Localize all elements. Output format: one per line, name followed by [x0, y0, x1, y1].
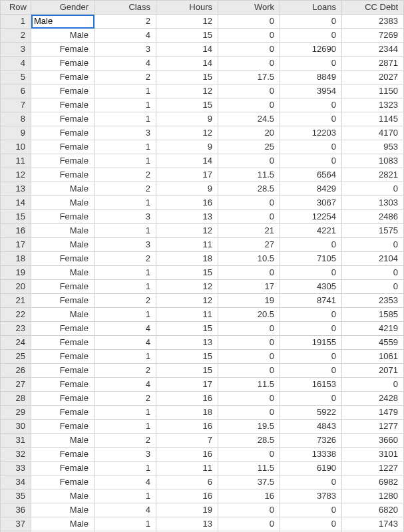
ccdebt-cell[interactable]: 0: [342, 378, 404, 392]
ccdebt-cell[interactable]: 0: [342, 238, 404, 252]
ccdebt-cell[interactable]: 0: [342, 182, 404, 196]
class-cell[interactable]: 4: [95, 322, 156, 336]
ccdebt-cell[interactable]: 2486: [342, 210, 404, 224]
loans-cell[interactable]: 0: [280, 112, 342, 126]
row-number-cell[interactable]: 8: [1, 112, 31, 126]
class-cell[interactable]: 2: [95, 182, 156, 196]
loans-cell[interactable]: 0: [280, 392, 342, 406]
hours-cell[interactable]: 14: [156, 154, 218, 168]
gender-cell[interactable]: Female: [31, 294, 95, 308]
hours-cell[interactable]: 13: [156, 210, 218, 224]
loans-cell[interactable]: 19155: [280, 336, 342, 350]
work-cell[interactable]: 19.5: [218, 420, 280, 434]
gender-cell[interactable]: Male: [31, 196, 95, 210]
gender-cell[interactable]: Female: [31, 462, 95, 475]
header-gender[interactable]: Gender: [31, 1, 95, 15]
ccdebt-cell[interactable]: 3660: [342, 434, 404, 448]
row-number-cell[interactable]: 31: [1, 434, 31, 448]
row-number-cell[interactable]: 15: [1, 210, 31, 224]
gender-cell[interactable]: Male: [31, 489, 95, 503]
data-table[interactable]: Row Gender Class Hours Work Loans CC Deb…: [0, 0, 404, 532]
row-number-cell[interactable]: 33: [1, 462, 31, 475]
work-cell[interactable]: 25: [218, 140, 280, 154]
class-cell[interactable]: 1: [95, 280, 156, 294]
ccdebt-cell[interactable]: 1323: [342, 98, 404, 112]
hours-cell[interactable]: 12: [156, 294, 218, 308]
work-cell[interactable]: 28.5: [218, 182, 280, 196]
class-cell[interactable]: 1: [95, 406, 156, 420]
header-class[interactable]: Class: [95, 1, 156, 15]
gender-cell[interactable]: Female: [31, 210, 95, 224]
ccdebt-cell[interactable]: 1575: [342, 224, 404, 238]
ccdebt-cell[interactable]: 4170: [342, 126, 404, 140]
row-number-cell[interactable]: 2: [1, 29, 31, 43]
work-cell[interactable]: 0: [218, 98, 280, 112]
gender-cell[interactable]: Female: [31, 280, 95, 294]
class-cell[interactable]: 4: [95, 29, 156, 43]
gender-cell[interactable]: Female: [31, 448, 95, 462]
work-cell[interactable]: 0: [218, 57, 280, 70]
class-cell[interactable]: 1: [95, 462, 156, 475]
hours-cell[interactable]: 12: [156, 126, 218, 140]
gender-cell[interactable]: Female: [31, 420, 95, 434]
header-hours[interactable]: Hours: [156, 1, 218, 15]
row-number-cell[interactable]: 10: [1, 140, 31, 154]
work-cell[interactable]: 10.5: [218, 252, 280, 266]
gender-cell[interactable]: Male: [31, 517, 95, 531]
header-work[interactable]: Work: [218, 1, 280, 15]
row-number-cell[interactable]: 11: [1, 154, 31, 168]
hours-cell[interactable]: 14: [156, 57, 218, 70]
loans-cell[interactable]: 0: [280, 154, 342, 168]
loans-cell[interactable]: 0: [280, 503, 342, 517]
loans-cell[interactable]: 7326: [280, 434, 342, 448]
hours-cell[interactable]: 12: [156, 84, 218, 98]
hours-cell[interactable]: 9: [156, 112, 218, 126]
loans-cell[interactable]: 0: [280, 15, 342, 29]
gender-cell[interactable]: Female: [31, 475, 95, 489]
ccdebt-cell[interactable]: 1227: [342, 462, 404, 475]
hours-cell[interactable]: 16: [156, 196, 218, 210]
work-cell[interactable]: 0: [218, 350, 280, 364]
ccdebt-cell[interactable]: 4559: [342, 336, 404, 350]
ccdebt-cell[interactable]: 7269: [342, 29, 404, 43]
hours-cell[interactable]: 15: [156, 70, 218, 84]
loans-cell[interactable]: 16153: [280, 378, 342, 392]
ccdebt-cell[interactable]: 1743: [342, 517, 404, 531]
ccdebt-cell[interactable]: 2104: [342, 252, 404, 266]
gender-cell[interactable]: Female: [31, 57, 95, 70]
ccdebt-cell[interactable]: 1150: [342, 84, 404, 98]
gender-cell[interactable]: Male: [31, 308, 95, 322]
row-number-cell[interactable]: 22: [1, 308, 31, 322]
work-cell[interactable]: 0: [218, 448, 280, 462]
class-cell[interactable]: 2: [95, 434, 156, 448]
loans-cell[interactable]: 0: [280, 57, 342, 70]
ccdebt-cell[interactable]: 1303: [342, 196, 404, 210]
row-number-cell[interactable]: 28: [1, 392, 31, 406]
row-number-cell[interactable]: 6: [1, 84, 31, 98]
work-cell[interactable]: 0: [218, 154, 280, 168]
loans-cell[interactable]: 13338: [280, 448, 342, 462]
row-number-cell[interactable]: 34: [1, 475, 31, 489]
work-cell[interactable]: 0: [218, 517, 280, 531]
work-cell[interactable]: 0: [218, 15, 280, 29]
hours-cell[interactable]: 7: [156, 434, 218, 448]
loans-cell[interactable]: 12690: [280, 43, 342, 57]
ccdebt-cell[interactable]: 1277: [342, 420, 404, 434]
loans-cell[interactable]: 8429: [280, 182, 342, 196]
loans-cell[interactable]: 0: [280, 140, 342, 154]
row-number-cell[interactable]: 19: [1, 266, 31, 280]
work-cell[interactable]: 0: [218, 503, 280, 517]
work-cell[interactable]: 0: [218, 29, 280, 43]
row-number-cell[interactable]: 16: [1, 224, 31, 238]
hours-cell[interactable]: 12: [156, 15, 218, 29]
row-number-cell[interactable]: 14: [1, 196, 31, 210]
loans-cell[interactable]: 6190: [280, 462, 342, 475]
hours-cell[interactable]: 15: [156, 266, 218, 280]
loans-cell[interactable]: 0: [280, 98, 342, 112]
ccdebt-cell[interactable]: 953: [342, 140, 404, 154]
ccdebt-cell[interactable]: 2821: [342, 168, 404, 182]
gender-cell[interactable]: Male: [31, 29, 95, 43]
work-cell[interactable]: 37.5: [218, 475, 280, 489]
class-cell[interactable]: 4: [95, 475, 156, 489]
gender-cell[interactable]: Male: [31, 238, 95, 252]
